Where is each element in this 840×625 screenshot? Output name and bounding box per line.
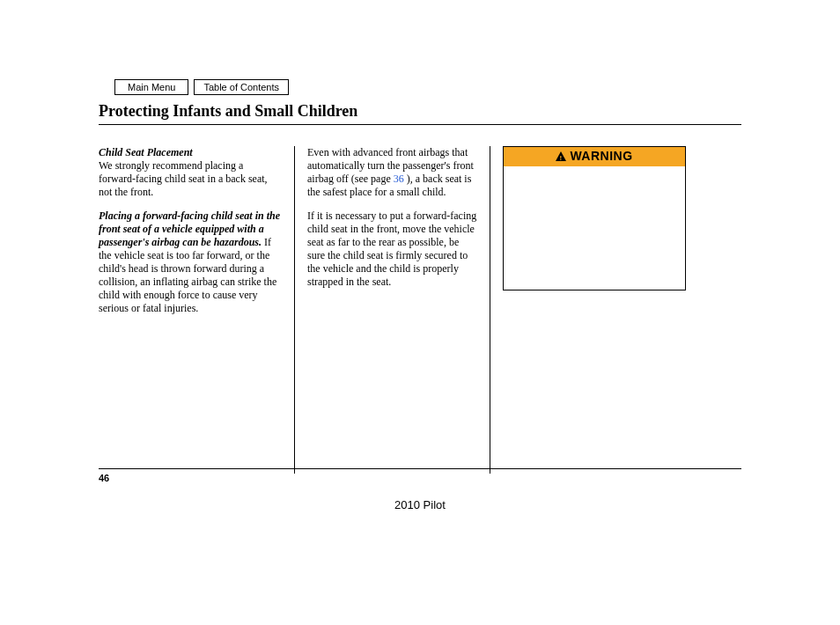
column-3: ! WARNING bbox=[490, 146, 685, 474]
col1-p2-bold: Placing a forward-facing child seat in t… bbox=[99, 210, 280, 248]
nav-row: Main Menu Table of Contents bbox=[114, 79, 741, 95]
page-title: Protecting Infants and Small Children bbox=[99, 102, 741, 125]
svg-text:!: ! bbox=[560, 154, 563, 162]
page-link-36[interactable]: 36 bbox=[394, 173, 404, 185]
child-seat-placement-block: Child Seat Placement We strongly recomme… bbox=[99, 146, 282, 199]
col2-p1-block: Even with advanced front airbags that au… bbox=[307, 146, 477, 199]
col1-p2-block: Placing a forward-facing child seat in t… bbox=[99, 210, 282, 315]
content-columns: Child Seat Placement We strongly recomme… bbox=[99, 146, 741, 474]
warning-triangle-icon: ! bbox=[556, 151, 566, 161]
warning-box: ! WARNING bbox=[503, 146, 686, 290]
column-2: Even with advanced front airbags that au… bbox=[294, 146, 490, 474]
toc-button[interactable]: Table of Contents bbox=[194, 79, 289, 95]
warning-label: WARNING bbox=[570, 149, 632, 165]
footer-model: 2010 Pilot bbox=[99, 498, 741, 511]
col2-p2: If it is necessary to put a forward-faci… bbox=[307, 210, 477, 289]
warning-header: ! WARNING bbox=[504, 147, 685, 166]
subhead-child-seat-placement: Child Seat Placement bbox=[99, 146, 193, 158]
page-number: 46 bbox=[99, 468, 741, 483]
main-menu-button[interactable]: Main Menu bbox=[114, 79, 188, 95]
col1-p1: We strongly recommend placing a forward-… bbox=[99, 159, 268, 198]
manual-page: Main Menu Table of Contents Protecting I… bbox=[99, 79, 741, 474]
column-1: Child Seat Placement We strongly recomme… bbox=[99, 146, 294, 474]
